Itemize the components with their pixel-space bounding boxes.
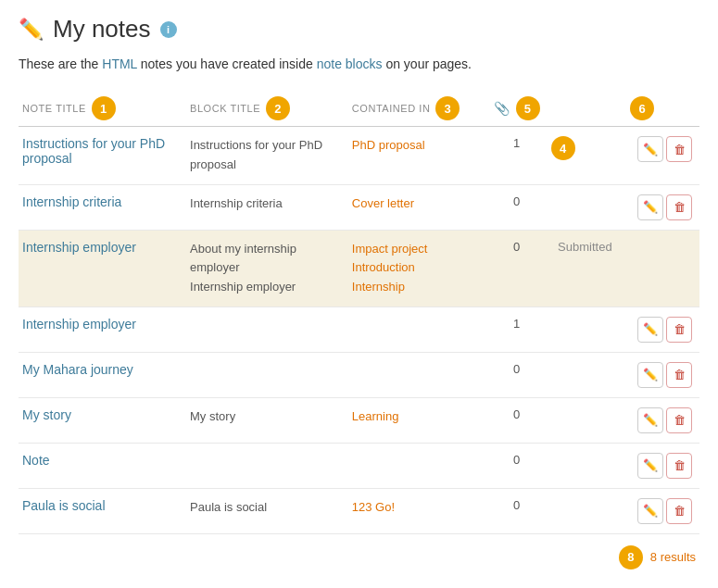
- edit-button[interactable]: ✏️: [637, 362, 663, 388]
- table-row: Internship employer1✏️🗑: [19, 307, 699, 352]
- block-title-cell: Instructions for your PhD proposal: [186, 127, 348, 185]
- note-title-cell: Internship employer: [19, 307, 186, 352]
- contained-in-cell: [348, 443, 490, 488]
- th-contained-in: CONTAINED IN 3: [348, 91, 490, 127]
- th-note-title: NOTE TITLE 1: [19, 91, 186, 127]
- table-row: Paula is socialPaula is social123 Go!0✏️…: [19, 488, 699, 533]
- edit-button[interactable]: ✏️: [637, 136, 663, 162]
- table-row: Note0✏️🗑: [19, 443, 699, 488]
- delete-button[interactable]: 🗑: [666, 317, 692, 343]
- info-icon[interactable]: i: [160, 21, 177, 38]
- action-cell: ✏️🗑: [626, 397, 699, 443]
- submitted-cell: [548, 307, 627, 352]
- action-cell: ✏️🗑: [626, 307, 699, 352]
- note-title-cell: Instructions for your PhD proposal: [19, 127, 186, 185]
- edit-icon: ✏️: [19, 18, 44, 42]
- contained-in-link[interactable]: Introduction: [352, 260, 415, 274]
- delete-button[interactable]: 🗑: [666, 407, 692, 433]
- html-link[interactable]: HTML: [102, 56, 137, 71]
- table-body: Instructions for your PhD proposalInstru…: [19, 127, 699, 534]
- edit-button[interactable]: ✏️: [637, 498, 663, 524]
- contained-in-link[interactable]: 123 Go!: [352, 500, 395, 514]
- subtitle: These are the HTML notes you have create…: [19, 55, 699, 74]
- submitted-cell: 4: [548, 127, 627, 185]
- contained-in-cell: Learning: [348, 397, 490, 443]
- table-row: Internship criteriaInternship criteriaCo…: [19, 184, 699, 230]
- contained-in-cell: 123 Go!: [348, 488, 490, 533]
- block-title-cell: Paula is social: [186, 488, 348, 533]
- contained-in-cell: PhD proposal: [348, 127, 490, 185]
- block-title-cell: My story: [186, 397, 348, 443]
- block-title-cell: [186, 307, 348, 352]
- table-header-row: NOTE TITLE 1 BLOCK TITLE 2 CONTAINED IN …: [19, 91, 699, 127]
- note-title-cell: Note: [19, 443, 186, 488]
- attach-count-cell: 0: [490, 352, 548, 397]
- contained-in-cell: Cover letter: [348, 184, 490, 230]
- table-row: My storyMy storyLearning0✏️🗑: [19, 397, 699, 443]
- submitted-cell: [548, 397, 627, 443]
- attach-count-cell: 0: [490, 488, 548, 533]
- delete-button[interactable]: 🗑: [666, 453, 692, 479]
- submitted-cell: [548, 488, 627, 533]
- badge-1: 1: [92, 96, 116, 120]
- delete-button[interactable]: 🗑: [666, 362, 692, 388]
- contained-in-link[interactable]: Learning: [352, 409, 399, 423]
- th-submitted: [548, 91, 627, 127]
- page-header: ✏️ My notes i: [19, 15, 699, 44]
- delete-button[interactable]: 🗑: [666, 194, 692, 220]
- block-title-cell: [186, 352, 348, 397]
- notes-table: NOTE TITLE 1 BLOCK TITLE 2 CONTAINED IN …: [19, 91, 699, 534]
- badge-6: 6: [630, 96, 654, 120]
- badge-3: 3: [435, 96, 460, 120]
- action-cell: ✏️🗑: [626, 443, 699, 488]
- attach-count-cell: 0: [490, 184, 548, 230]
- submitted-cell: [548, 443, 627, 488]
- attach-count-cell: 0: [490, 443, 548, 488]
- results-count: 8 results: [650, 550, 696, 564]
- contained-in-link[interactable]: Impact project: [352, 242, 428, 256]
- submitted-cell: Submitted: [548, 230, 627, 307]
- th-actions: 6: [626, 91, 699, 127]
- note-title-cell: Internship criteria: [19, 184, 186, 230]
- attach-count-cell: 0: [490, 397, 548, 443]
- contained-in-link[interactable]: Internship: [352, 280, 405, 294]
- note-title-cell: Paula is social: [19, 488, 186, 533]
- badge-5: 5: [516, 96, 540, 120]
- edit-button[interactable]: ✏️: [637, 453, 663, 479]
- page-title: My notes: [53, 15, 151, 44]
- block-title-cell: About my internship employerInternship e…: [186, 230, 348, 307]
- table-row: Internship employerAbout my internship e…: [19, 230, 699, 307]
- note-title-cell: My Mahara journey: [19, 352, 186, 397]
- paperclip-icon: 📎: [494, 101, 510, 116]
- table-row: Instructions for your PhD proposalInstru…: [19, 127, 699, 185]
- contained-in-cell: Impact projectIntroductionInternship: [348, 230, 490, 307]
- delete-button[interactable]: 🗑: [666, 136, 692, 162]
- note-title-cell: My story: [19, 397, 186, 443]
- badge-2: 2: [266, 96, 290, 120]
- edit-button[interactable]: ✏️: [637, 407, 663, 433]
- action-cell: ✏️🗑: [626, 488, 699, 533]
- submitted-cell: [548, 352, 627, 397]
- attach-count-cell: 0: [490, 230, 548, 307]
- action-cell: ✏️🗑: [626, 352, 699, 397]
- contained-in-cell: [348, 352, 490, 397]
- contained-in-link[interactable]: PhD proposal: [352, 138, 425, 152]
- badge-8: 8: [619, 545, 643, 569]
- table-row: My Mahara journey0✏️🗑: [19, 352, 699, 397]
- attach-count-cell: 1: [490, 307, 548, 352]
- submitted-cell: [548, 184, 627, 230]
- delete-button[interactable]: 🗑: [666, 498, 692, 524]
- results-row: 8 8 results: [19, 545, 699, 569]
- contained-in-link[interactable]: Cover letter: [352, 196, 414, 210]
- action-cell: ✏️🗑: [626, 127, 699, 185]
- action-cell: ✏️🗑: [626, 184, 699, 230]
- edit-button[interactable]: ✏️: [637, 317, 663, 343]
- note-title-cell: Internship employer: [19, 230, 186, 307]
- edit-button[interactable]: ✏️: [637, 194, 663, 220]
- th-block-title: BLOCK TITLE 2: [186, 91, 348, 127]
- th-attachments: 📎 5: [490, 91, 548, 127]
- badge-4: 4: [551, 136, 575, 160]
- action-cell: [626, 230, 699, 307]
- note-link[interactable]: note blocks: [317, 56, 383, 71]
- attach-count-cell: 1: [490, 127, 548, 185]
